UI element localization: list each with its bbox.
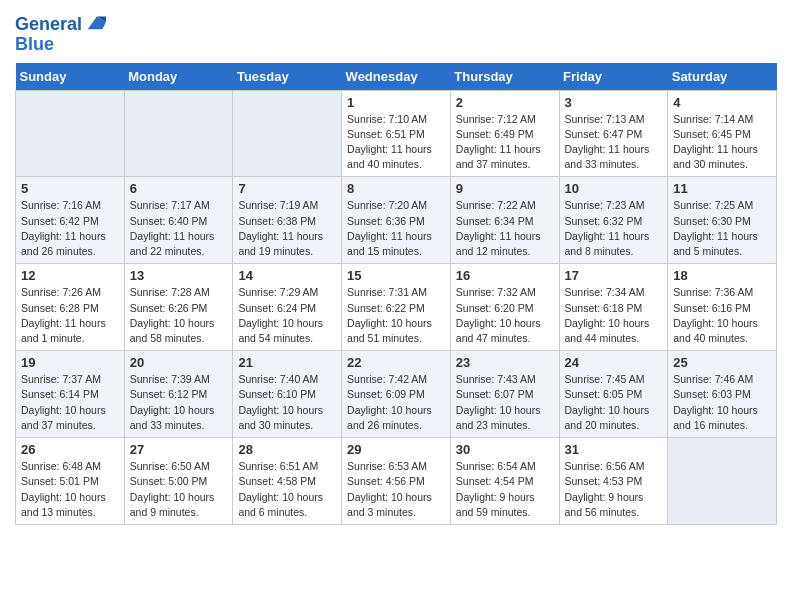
week-row-1: 1Sunrise: 7:10 AMSunset: 6:51 PMDaylight… bbox=[16, 90, 777, 177]
day-info: Sunrise: 7:46 AMSunset: 6:03 PMDaylight:… bbox=[673, 372, 771, 433]
day-number: 13 bbox=[130, 268, 228, 283]
day-cell: 13Sunrise: 7:28 AMSunset: 6:26 PMDayligh… bbox=[124, 264, 233, 351]
day-number: 18 bbox=[673, 268, 771, 283]
day-number: 17 bbox=[565, 268, 663, 283]
day-cell: 3Sunrise: 7:13 AMSunset: 6:47 PMDaylight… bbox=[559, 90, 668, 177]
day-cell: 12Sunrise: 7:26 AMSunset: 6:28 PMDayligh… bbox=[16, 264, 125, 351]
day-cell: 6Sunrise: 7:17 AMSunset: 6:40 PMDaylight… bbox=[124, 177, 233, 264]
day-number: 28 bbox=[238, 442, 336, 457]
day-info: Sunrise: 7:23 AMSunset: 6:32 PMDaylight:… bbox=[565, 198, 663, 259]
weekday-header-row: SundayMondayTuesdayWednesdayThursdayFrid… bbox=[16, 63, 777, 91]
day-number: 29 bbox=[347, 442, 445, 457]
day-info: Sunrise: 7:14 AMSunset: 6:45 PMDaylight:… bbox=[673, 112, 771, 173]
day-info: Sunrise: 7:22 AMSunset: 6:34 PMDaylight:… bbox=[456, 198, 554, 259]
day-info: Sunrise: 6:56 AMSunset: 4:53 PMDaylight:… bbox=[565, 459, 663, 520]
logo: General Blue bbox=[15, 15, 106, 55]
day-info: Sunrise: 7:37 AMSunset: 6:14 PMDaylight:… bbox=[21, 372, 119, 433]
day-info: Sunrise: 7:39 AMSunset: 6:12 PMDaylight:… bbox=[130, 372, 228, 433]
day-number: 5 bbox=[21, 181, 119, 196]
day-info: Sunrise: 7:36 AMSunset: 6:16 PMDaylight:… bbox=[673, 285, 771, 346]
day-info: Sunrise: 7:40 AMSunset: 6:10 PMDaylight:… bbox=[238, 372, 336, 433]
day-info: Sunrise: 7:10 AMSunset: 6:51 PMDaylight:… bbox=[347, 112, 445, 173]
day-number: 1 bbox=[347, 95, 445, 110]
day-info: Sunrise: 7:32 AMSunset: 6:20 PMDaylight:… bbox=[456, 285, 554, 346]
week-row-3: 12Sunrise: 7:26 AMSunset: 6:28 PMDayligh… bbox=[16, 264, 777, 351]
day-number: 4 bbox=[673, 95, 771, 110]
day-cell: 11Sunrise: 7:25 AMSunset: 6:30 PMDayligh… bbox=[668, 177, 777, 264]
day-cell: 9Sunrise: 7:22 AMSunset: 6:34 PMDaylight… bbox=[450, 177, 559, 264]
week-row-4: 19Sunrise: 7:37 AMSunset: 6:14 PMDayligh… bbox=[16, 351, 777, 438]
day-cell: 22Sunrise: 7:42 AMSunset: 6:09 PMDayligh… bbox=[342, 351, 451, 438]
day-cell: 16Sunrise: 7:32 AMSunset: 6:20 PMDayligh… bbox=[450, 264, 559, 351]
day-number: 2 bbox=[456, 95, 554, 110]
day-info: Sunrise: 7:19 AMSunset: 6:38 PMDaylight:… bbox=[238, 198, 336, 259]
day-cell: 5Sunrise: 7:16 AMSunset: 6:42 PMDaylight… bbox=[16, 177, 125, 264]
day-number: 7 bbox=[238, 181, 336, 196]
day-info: Sunrise: 7:31 AMSunset: 6:22 PMDaylight:… bbox=[347, 285, 445, 346]
day-cell bbox=[233, 90, 342, 177]
day-info: Sunrise: 7:26 AMSunset: 6:28 PMDaylight:… bbox=[21, 285, 119, 346]
day-number: 16 bbox=[456, 268, 554, 283]
day-info: Sunrise: 6:50 AMSunset: 5:00 PMDaylight:… bbox=[130, 459, 228, 520]
week-row-2: 5Sunrise: 7:16 AMSunset: 6:42 PMDaylight… bbox=[16, 177, 777, 264]
day-number: 8 bbox=[347, 181, 445, 196]
day-number: 19 bbox=[21, 355, 119, 370]
day-cell: 18Sunrise: 7:36 AMSunset: 6:16 PMDayligh… bbox=[668, 264, 777, 351]
header: General Blue bbox=[15, 10, 777, 55]
day-cell: 24Sunrise: 7:45 AMSunset: 6:05 PMDayligh… bbox=[559, 351, 668, 438]
day-cell: 7Sunrise: 7:19 AMSunset: 6:38 PMDaylight… bbox=[233, 177, 342, 264]
day-info: Sunrise: 6:53 AMSunset: 4:56 PMDaylight:… bbox=[347, 459, 445, 520]
day-cell: 10Sunrise: 7:23 AMSunset: 6:32 PMDayligh… bbox=[559, 177, 668, 264]
day-number: 21 bbox=[238, 355, 336, 370]
logo-icon bbox=[84, 11, 106, 33]
day-cell: 20Sunrise: 7:39 AMSunset: 6:12 PMDayligh… bbox=[124, 351, 233, 438]
day-number: 24 bbox=[565, 355, 663, 370]
day-number: 12 bbox=[21, 268, 119, 283]
day-info: Sunrise: 7:13 AMSunset: 6:47 PMDaylight:… bbox=[565, 112, 663, 173]
day-info: Sunrise: 7:45 AMSunset: 6:05 PMDaylight:… bbox=[565, 372, 663, 433]
day-cell: 2Sunrise: 7:12 AMSunset: 6:49 PMDaylight… bbox=[450, 90, 559, 177]
day-info: Sunrise: 7:43 AMSunset: 6:07 PMDaylight:… bbox=[456, 372, 554, 433]
day-cell bbox=[124, 90, 233, 177]
day-info: Sunrise: 7:25 AMSunset: 6:30 PMDaylight:… bbox=[673, 198, 771, 259]
day-cell: 21Sunrise: 7:40 AMSunset: 6:10 PMDayligh… bbox=[233, 351, 342, 438]
day-number: 31 bbox=[565, 442, 663, 457]
weekday-header-friday: Friday bbox=[559, 63, 668, 91]
day-number: 25 bbox=[673, 355, 771, 370]
day-cell: 29Sunrise: 6:53 AMSunset: 4:56 PMDayligh… bbox=[342, 438, 451, 525]
weekday-header-monday: Monday bbox=[124, 63, 233, 91]
day-cell: 30Sunrise: 6:54 AMSunset: 4:54 PMDayligh… bbox=[450, 438, 559, 525]
day-cell: 8Sunrise: 7:20 AMSunset: 6:36 PMDaylight… bbox=[342, 177, 451, 264]
day-cell: 25Sunrise: 7:46 AMSunset: 6:03 PMDayligh… bbox=[668, 351, 777, 438]
weekday-header-sunday: Sunday bbox=[16, 63, 125, 91]
day-number: 30 bbox=[456, 442, 554, 457]
day-number: 3 bbox=[565, 95, 663, 110]
day-cell: 17Sunrise: 7:34 AMSunset: 6:18 PMDayligh… bbox=[559, 264, 668, 351]
day-info: Sunrise: 7:42 AMSunset: 6:09 PMDaylight:… bbox=[347, 372, 445, 433]
day-info: Sunrise: 6:54 AMSunset: 4:54 PMDaylight:… bbox=[456, 459, 554, 520]
day-number: 27 bbox=[130, 442, 228, 457]
day-number: 10 bbox=[565, 181, 663, 196]
day-cell: 19Sunrise: 7:37 AMSunset: 6:14 PMDayligh… bbox=[16, 351, 125, 438]
day-cell bbox=[16, 90, 125, 177]
day-cell: 27Sunrise: 6:50 AMSunset: 5:00 PMDayligh… bbox=[124, 438, 233, 525]
day-info: Sunrise: 6:48 AMSunset: 5:01 PMDaylight:… bbox=[21, 459, 119, 520]
logo-text: General bbox=[15, 15, 82, 35]
day-number: 26 bbox=[21, 442, 119, 457]
day-cell: 31Sunrise: 6:56 AMSunset: 4:53 PMDayligh… bbox=[559, 438, 668, 525]
day-info: Sunrise: 6:51 AMSunset: 4:58 PMDaylight:… bbox=[238, 459, 336, 520]
day-cell bbox=[668, 438, 777, 525]
week-row-5: 26Sunrise: 6:48 AMSunset: 5:01 PMDayligh… bbox=[16, 438, 777, 525]
day-info: Sunrise: 7:17 AMSunset: 6:40 PMDaylight:… bbox=[130, 198, 228, 259]
weekday-header-tuesday: Tuesday bbox=[233, 63, 342, 91]
day-number: 23 bbox=[456, 355, 554, 370]
day-cell: 26Sunrise: 6:48 AMSunset: 5:01 PMDayligh… bbox=[16, 438, 125, 525]
day-number: 15 bbox=[347, 268, 445, 283]
day-number: 6 bbox=[130, 181, 228, 196]
day-info: Sunrise: 7:29 AMSunset: 6:24 PMDaylight:… bbox=[238, 285, 336, 346]
day-number: 20 bbox=[130, 355, 228, 370]
day-cell: 28Sunrise: 6:51 AMSunset: 4:58 PMDayligh… bbox=[233, 438, 342, 525]
weekday-header-thursday: Thursday bbox=[450, 63, 559, 91]
day-number: 14 bbox=[238, 268, 336, 283]
day-info: Sunrise: 7:12 AMSunset: 6:49 PMDaylight:… bbox=[456, 112, 554, 173]
